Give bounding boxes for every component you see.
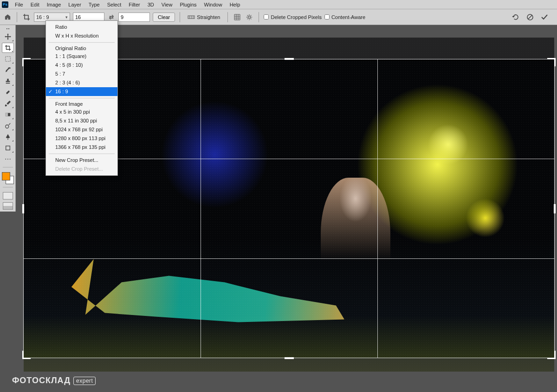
menu-help[interactable]: Help	[226, 1, 244, 8]
dd-1366x768[interactable]: 1366 x 768 px 135 ppi	[46, 143, 117, 152]
divider	[180, 12, 180, 22]
content-aware-checkbox[interactable]: Content-Aware	[324, 14, 365, 20]
dd-4-5[interactable]: 4 : 5 (8 : 10)	[46, 61, 117, 70]
menu-bar: Ps File Edit Image Layer Type Select Fil…	[0, 0, 557, 9]
color-swatches[interactable]	[2, 172, 14, 184]
dd-wxh[interactable]: W x H x Resolution	[46, 32, 117, 40]
menu-window[interactable]: Window	[201, 1, 226, 8]
menu-select[interactable]: Select	[104, 1, 125, 8]
cancel-crop-icon[interactable]	[526, 13, 534, 21]
svg-point-1	[248, 16, 251, 18]
crop-tool-icon[interactable]	[22, 13, 31, 22]
divider	[17, 12, 17, 22]
screenmode-toggle[interactable]	[3, 202, 13, 210]
watermark: ФОТОСКЛАД expert	[12, 376, 96, 386]
dd-1280x800[interactable]: 1280 x 800 px 113 ppi	[46, 134, 117, 143]
divider	[227, 12, 228, 22]
separator	[3, 187, 13, 187]
menu-view[interactable]: View	[158, 1, 176, 8]
home-icon[interactable]	[3, 13, 12, 22]
healing-tool[interactable]	[2, 87, 14, 97]
straighten-button[interactable]: Straighten	[185, 13, 223, 22]
dd-front-image[interactable]: Front Image	[46, 100, 117, 108]
dd-1-1[interactable]: 1 : 1 (Square)	[46, 52, 117, 61]
dd-8x11in[interactable]: 8,5 x 11 in 300 ppi	[46, 116, 117, 125]
dd-original-ratio[interactable]: Original Ratio	[46, 45, 117, 52]
ratio-dropdown: Ratio W x H x Resolution Original Ratio …	[45, 20, 118, 176]
separator	[3, 167, 13, 167]
clear-button[interactable]: Clear	[153, 13, 175, 22]
move-tool[interactable]	[2, 32, 14, 42]
content-aware-label: Content-Aware	[331, 14, 365, 20]
menu-3d[interactable]: 3D	[144, 1, 158, 8]
overlay-grid-icon[interactable]	[233, 13, 242, 22]
straighten-icon	[188, 14, 195, 20]
crop-tool[interactable]	[2, 43, 14, 53]
svg-rect-10	[6, 146, 10, 150]
menu-plugins[interactable]: Plugins	[176, 1, 200, 8]
crop-settings-icon[interactable]	[245, 13, 254, 22]
dd-1024x768[interactable]: 1024 x 768 px 92 ppi	[46, 125, 117, 134]
menu-file[interactable]: File	[11, 1, 27, 8]
svg-rect-5	[6, 90, 10, 95]
gradient-tool[interactable]	[2, 109, 14, 120]
dd-16-9[interactable]: 16 : 9	[46, 87, 117, 96]
delete-cropped-input[interactable]	[264, 14, 269, 19]
svg-line-3	[528, 15, 532, 19]
svg-line-9	[8, 123, 10, 125]
app-icon: Ps	[2, 1, 8, 8]
menu-layer[interactable]: Layer	[65, 1, 85, 8]
dd-separator	[49, 154, 115, 154]
divider	[259, 12, 259, 22]
dd-delete-preset: Delete Crop Preset...	[46, 165, 117, 174]
swap-dimensions-icon[interactable]	[107, 13, 116, 21]
tool-sidebar: ⋯	[0, 25, 16, 212]
ratio-preset-value: 16 : 9	[36, 14, 49, 20]
dd-separator	[49, 98, 115, 98]
straighten-label: Straighten	[197, 14, 220, 20]
delete-cropped-checkbox[interactable]: Delete Cropped Pixels	[264, 14, 321, 20]
svg-rect-7	[5, 113, 7, 116]
dd-4x5in[interactable]: 4 x 5 in 300 ppi	[46, 108, 117, 116]
marquee-tool[interactable]	[2, 54, 14, 64]
quickmask-toggle[interactable]	[3, 192, 13, 199]
eyedropper-tool[interactable]	[2, 65, 14, 75]
commit-crop-icon[interactable]	[540, 13, 549, 21]
sidebar-grip[interactable]	[6, 28, 9, 29]
menu-filter[interactable]: Filter	[125, 1, 143, 8]
crop-height-input[interactable]	[118, 13, 150, 22]
delete-cropped-label: Delete Cropped Pixels	[271, 14, 321, 20]
watermark-tag: expert	[73, 377, 96, 385]
stamp-tool[interactable]	[2, 76, 14, 86]
svg-rect-4	[5, 57, 10, 62]
foreground-color-swatch[interactable]	[2, 172, 10, 180]
pen-tool[interactable]	[2, 132, 14, 142]
reset-crop-icon[interactable]	[512, 13, 520, 21]
dd-separator	[49, 42, 115, 43]
watermark-brand: ФОТОСКЛАД	[12, 376, 71, 386]
menu-type[interactable]: Type	[85, 1, 104, 8]
dd-2-3[interactable]: 2 : 3 (4 : 6)	[46, 78, 117, 87]
dd-new-preset[interactable]: New Crop Preset...	[46, 156, 117, 165]
content-aware-input[interactable]	[324, 14, 330, 19]
dd-ratio[interactable]: Ratio	[46, 23, 117, 32]
menu-edit[interactable]: Edit	[27, 1, 43, 8]
menu-image[interactable]: Image	[43, 1, 65, 8]
dd-5-7[interactable]: 5 : 7	[46, 70, 117, 78]
more-tools[interactable]: ⋯	[2, 154, 14, 164]
svg-point-8	[5, 125, 8, 128]
brush-tool[interactable]	[2, 98, 14, 109]
crop-dim-bottom	[24, 358, 554, 372]
shape-tool[interactable]	[2, 143, 14, 153]
dodge-tool[interactable]	[2, 121, 14, 131]
